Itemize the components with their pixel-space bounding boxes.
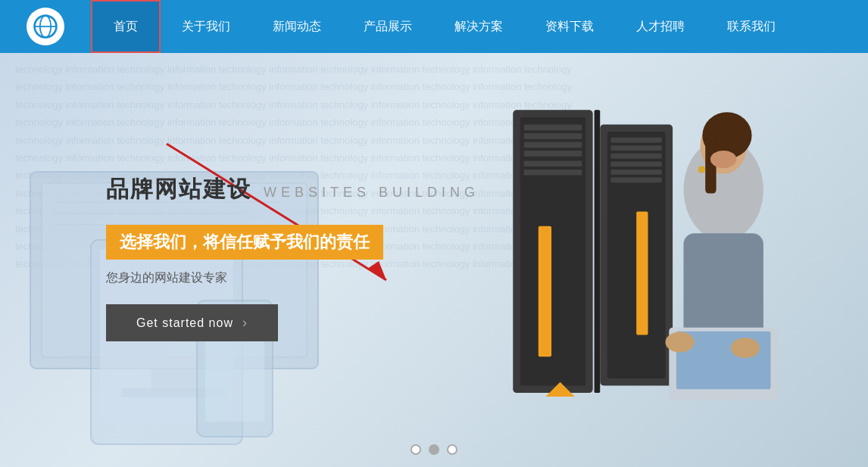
server-illustration — [451, 81, 792, 429]
svg-rect-28 — [607, 132, 666, 378]
hero-content: 品牌网站建设 WEBSITES BUILDING 选择我们，将信任赋予我们的责任… — [106, 174, 479, 341]
logo-circle — [27, 8, 64, 45]
header: 首页 关于我们 新闻动态 产品展示 解决方案 资料下载 人才招聘 联系我们 — [0, 0, 868, 53]
svg-rect-5 — [151, 369, 197, 391]
svg-point-44 — [731, 338, 760, 358]
svg-rect-29 — [636, 212, 648, 335]
svg-rect-19 — [524, 125, 582, 131]
svg-rect-31 — [611, 145, 662, 151]
hero-subtitle: 选择我们，将信任赋予我们的责任 — [106, 225, 383, 260]
get-started-button[interactable]: Get started now › — [106, 304, 278, 341]
nav-item-home[interactable]: 首页 — [91, 0, 161, 53]
svg-rect-32 — [611, 154, 662, 159]
svg-rect-35 — [611, 177, 662, 182]
slide-dot-2[interactable] — [429, 444, 439, 455]
hero-title-en: WEBSITES BUILDING — [264, 185, 479, 201]
svg-point-43 — [666, 332, 695, 353]
svg-rect-30 — [611, 138, 662, 143]
svg-rect-26 — [595, 110, 601, 393]
slide-dot-3[interactable] — [447, 444, 457, 455]
hero-description: 您身边的网站建设专家 — [106, 270, 479, 286]
svg-rect-17 — [520, 117, 585, 386]
svg-rect-24 — [524, 170, 582, 176]
nav-item-products[interactable]: 产品展示 — [342, 0, 433, 53]
svg-rect-22 — [524, 151, 582, 157]
svg-rect-33 — [611, 161, 662, 167]
nav-item-solutions[interactable]: 解决方案 — [433, 0, 524, 53]
svg-rect-18 — [539, 226, 551, 356]
svg-rect-23 — [524, 160, 582, 167]
nav-item-careers[interactable]: 人才招聘 — [615, 0, 706, 53]
svg-rect-6 — [121, 388, 227, 397]
hero-banner: technology information technology inform… — [0, 53, 868, 467]
nav-item-contact[interactable]: 联系我们 — [706, 0, 797, 53]
server-svg — [451, 81, 792, 429]
hero-title-cn: 品牌网站建设 — [106, 174, 251, 205]
slide-dot-1[interactable] — [411, 444, 421, 455]
get-started-label: Get started now — [136, 316, 233, 330]
nav-item-downloads[interactable]: 资料下载 — [524, 0, 615, 53]
main-nav: 首页 关于我们 新闻动态 产品展示 解决方案 资料下载 人才招聘 联系我们 — [91, 0, 797, 53]
svg-rect-34 — [611, 170, 662, 175]
logo-icon — [32, 13, 59, 40]
svg-point-46 — [710, 151, 737, 168]
slide-dots — [411, 444, 457, 455]
svg-point-45 — [698, 166, 706, 173]
logo — [0, 0, 91, 53]
nav-item-about[interactable]: 关于我们 — [161, 0, 251, 53]
nav-item-news[interactable]: 新闻动态 — [251, 0, 342, 53]
svg-rect-20 — [524, 133, 582, 139]
cta-arrow-icon: › — [242, 315, 248, 331]
svg-rect-21 — [524, 142, 582, 148]
